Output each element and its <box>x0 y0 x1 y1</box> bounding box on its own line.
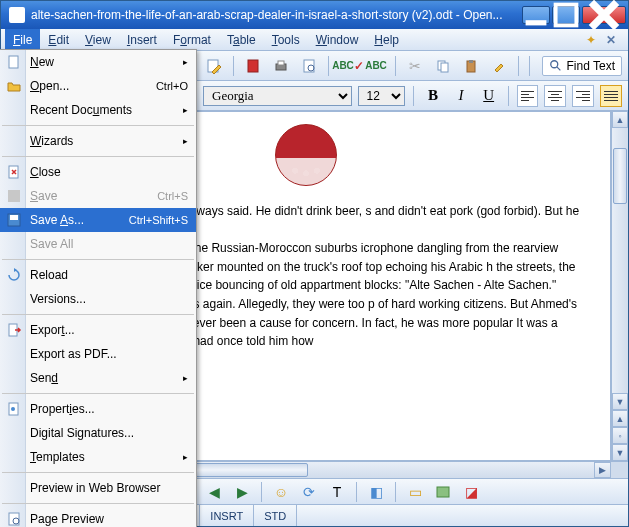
minimize-button[interactable] <box>522 6 550 24</box>
svg-rect-11 <box>469 60 473 63</box>
menu-item-send[interactable]: Send▸ <box>0 366 196 390</box>
new-doc-icon <box>6 54 22 70</box>
format-paintbrush-icon[interactable] <box>488 55 510 77</box>
menu-item-save-all: Save All <box>0 232 196 256</box>
maximize-button[interactable] <box>552 6 580 24</box>
menu-item-properties[interactable]: Properties... <box>0 397 196 421</box>
image-icon[interactable] <box>432 481 454 503</box>
svg-rect-3 <box>248 60 258 72</box>
print-icon[interactable] <box>270 55 292 77</box>
menu-item-export[interactable]: Export... <box>0 318 196 342</box>
extrusion-icon[interactable]: ◪ <box>460 481 482 503</box>
sync-icon[interactable]: ⟳ <box>298 481 320 503</box>
svg-rect-14 <box>9 56 18 68</box>
menu-item-recent[interactable]: Recent Documents▸ <box>0 98 196 122</box>
menu-window[interactable]: Window <box>308 29 367 50</box>
menu-item-reload[interactable]: Reload <box>0 263 196 287</box>
svg-rect-0 <box>526 20 547 25</box>
page-preview-icon <box>6 511 22 527</box>
update-icon[interactable]: ✦ <box>586 33 600 47</box>
reload-icon <box>6 267 22 283</box>
file-menu-dropdown: New▸ Open...Ctrl+O Recent Documents▸ Wiz… <box>0 49 197 527</box>
align-right-button[interactable] <box>572 85 594 107</box>
bold-button[interactable]: B <box>422 85 444 107</box>
menu-item-page-preview[interactable]: Page Preview <box>0 507 196 527</box>
copy-icon[interactable] <box>432 55 454 77</box>
menu-format[interactable]: Format <box>165 29 219 50</box>
export-pdf-icon[interactable] <box>242 55 264 77</box>
menu-item-open[interactable]: Open...Ctrl+O <box>0 74 196 98</box>
window-title: alte-sachen-from-the-life-of-an-arab-scr… <box>31 8 522 22</box>
menu-item-versions[interactable]: Versions... <box>0 287 196 311</box>
status-selection-mode[interactable]: STD <box>254 505 297 526</box>
next-page-button[interactable]: ▼ <box>612 444 628 461</box>
scroll-thumb[interactable] <box>613 148 627 204</box>
close-icon <box>6 164 22 180</box>
find-text-button[interactable]: Find Text <box>542 56 622 76</box>
nav-right-icon[interactable]: ▶ <box>231 481 253 503</box>
align-justify-button[interactable] <box>600 85 622 107</box>
paste-icon[interactable] <box>460 55 482 77</box>
properties-icon <box>6 401 22 417</box>
menu-view[interactable]: View <box>77 29 119 50</box>
scroll-down-button[interactable]: ▼ <box>612 393 628 410</box>
save-icon <box>6 188 22 204</box>
svg-rect-18 <box>10 215 18 220</box>
titlebar: alte-sachen-from-the-life-of-an-arab-scr… <box>1 1 628 29</box>
cut-icon[interactable]: ✂ <box>404 55 426 77</box>
menu-item-export-pdf[interactable]: Export as PDF... <box>0 342 196 366</box>
prev-page-button[interactable]: ▲ <box>612 410 628 427</box>
menu-item-save: SaveCtrl+S <box>0 184 196 208</box>
align-center-button[interactable] <box>544 85 566 107</box>
scroll-up-button[interactable]: ▲ <box>612 111 628 128</box>
svg-rect-9 <box>441 63 448 72</box>
menu-item-new[interactable]: New▸ <box>0 50 196 74</box>
svg-rect-13 <box>437 487 449 497</box>
underline-button[interactable]: U <box>478 85 500 107</box>
scroll-right-button[interactable]: ▶ <box>594 462 611 478</box>
document-logo-image <box>275 124 337 186</box>
nav-button[interactable]: ◦ <box>612 427 628 444</box>
svg-rect-16 <box>8 190 20 202</box>
menu-item-close[interactable]: Close <box>0 160 196 184</box>
slide-icon[interactable]: ▭ <box>404 481 426 503</box>
menu-file[interactable]: File <box>5 29 40 50</box>
status-insert-mode[interactable]: INSRT <box>200 505 254 526</box>
autospell-icon[interactable]: ABC <box>365 55 387 77</box>
svg-point-21 <box>11 407 15 411</box>
search-icon <box>549 59 563 73</box>
menu-tools[interactable]: Tools <box>264 29 308 50</box>
preview-icon[interactable] <box>298 55 320 77</box>
menu-item-preview-browser[interactable]: Preview in Web Browser <box>0 476 196 500</box>
callout-icon[interactable]: ◧ <box>365 481 387 503</box>
menu-item-digital-signatures[interactable]: Digital Signatures... <box>0 421 196 445</box>
svg-rect-5 <box>278 61 284 65</box>
menu-help[interactable]: Help <box>366 29 407 50</box>
font-name-select[interactable]: Georgia <box>203 86 352 106</box>
nav-left-icon[interactable]: ◀ <box>203 481 225 503</box>
vertical-scrollbar[interactable]: ▲ ▼ ▲ ◦ ▼ <box>611 111 628 461</box>
close-document-button[interactable]: ✕ <box>606 33 620 47</box>
menu-item-templates[interactable]: Templates▸ <box>0 445 196 469</box>
menu-edit[interactable]: Edit <box>40 29 77 50</box>
align-left-button[interactable] <box>517 85 539 107</box>
menu-item-wizards[interactable]: Wizards▸ <box>0 129 196 153</box>
edit-file-icon[interactable] <box>203 55 225 77</box>
font-size-select[interactable]: 12 <box>358 86 406 106</box>
find-text-label: Find Text <box>567 59 615 73</box>
menu-item-save-as[interactable]: Save As...Ctrl+Shift+S <box>0 208 196 232</box>
menu-table[interactable]: Table <box>219 29 264 50</box>
spellcheck-icon[interactable]: ABC✓ <box>337 55 359 77</box>
svg-rect-1 <box>556 5 577 26</box>
menubar: File Edit View Insert Format Table Tools… <box>1 29 628 51</box>
smiley-icon[interactable]: ☺ <box>270 481 292 503</box>
close-button[interactable] <box>582 6 626 24</box>
save-as-icon <box>6 212 22 228</box>
app-icon <box>9 7 25 23</box>
svg-point-12 <box>550 60 557 67</box>
open-icon <box>6 78 22 94</box>
menu-insert[interactable]: Insert <box>119 29 165 50</box>
export-icon <box>6 322 22 338</box>
italic-button[interactable]: I <box>450 85 472 107</box>
text-icon[interactable]: T <box>326 481 348 503</box>
